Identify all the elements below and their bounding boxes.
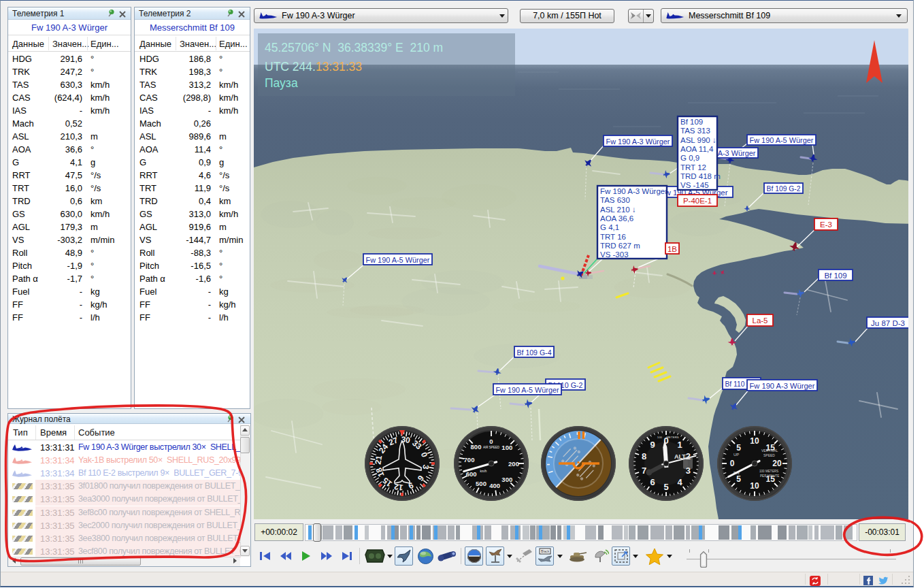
svg-text:Fw 190 A-5 Würger: Fw 190 A-5 Würger (496, 386, 559, 394)
svg-text:AOA 11,4: AOA 11,4 (680, 145, 714, 153)
svg-text:100: 100 (501, 444, 512, 451)
svg-text:ASL 990 ↓: ASL 990 ↓ (680, 136, 716, 144)
svg-text:5: 5 (736, 443, 741, 453)
svg-text:200: 200 (508, 460, 519, 468)
svg-text:G 0,9: G 0,9 (680, 154, 699, 162)
svg-text:400: 400 (489, 482, 500, 489)
svg-text:VS -145: VS -145 (680, 181, 709, 189)
svg-text:VERTICAL: VERTICAL (761, 448, 778, 453)
svg-text:AOA 36,6: AOA 36,6 (600, 214, 633, 223)
svg-text:SPEED: SPEED (763, 453, 775, 457)
svg-text:0: 0 (489, 438, 493, 445)
svg-text:Bf 109 G-4: Bf 109 G-4 (517, 348, 552, 357)
svg-text:0: 0 (730, 459, 735, 468)
svg-text:Fw 190 A-5 Würger: Fw 190 A-5 Würger (366, 256, 430, 264)
svg-text:800: 800 (471, 443, 482, 451)
svg-text:TRT 12: TRT 12 (680, 163, 706, 172)
svg-text:21: 21 (373, 455, 384, 466)
svg-text:TAS 630: TAS 630 (600, 196, 630, 204)
svg-text:8: 8 (642, 451, 646, 461)
svg-text:Ju 87 D-3: Ju 87 D-3 (871, 319, 905, 327)
svg-text:5: 5 (663, 482, 668, 492)
svg-text:5: 5 (736, 474, 741, 484)
svg-text:P-40E-1: P-40E-1 (683, 197, 712, 205)
svg-text:Bf 109 G-2: Bf 109 G-2 (767, 184, 801, 193)
svg-text:45.25706° N 36.38339° E 210: 45.25706° N 36.38339° E 210 m (265, 41, 443, 54)
svg-text:G 4,1: G 4,1 (600, 223, 619, 231)
svg-text:TAS 313: TAS 313 (680, 127, 710, 135)
svg-text:AIR SPEED: AIR SPEED (483, 446, 500, 449)
svg-text:7: 7 (642, 466, 646, 476)
svg-text:10: 10 (750, 436, 759, 446)
svg-text:Пауза: Пауза (265, 76, 298, 90)
svg-text:10: 10 (750, 481, 759, 491)
svg-text:300: 300 (501, 476, 512, 483)
svg-text:UP: UP (733, 453, 739, 457)
svg-text:TRD 418 m: TRD 418 m (680, 172, 721, 180)
svg-text:700: 700 (464, 456, 475, 463)
svg-text:TRD 627 m: TRD 627 m (600, 242, 640, 250)
svg-text:6: 6 (650, 477, 655, 487)
svg-text:Black: Black (541, 549, 550, 553)
svg-text:TRT 16: TRT 16 (600, 233, 626, 241)
svg-text:km/h: km/h (480, 470, 486, 473)
svg-text:METERS: METERS (666, 436, 678, 439)
svg-text:1B: 1B (667, 245, 677, 253)
svg-text:9: 9 (650, 440, 655, 450)
svg-text:Fw 190 A-5 Würger: Fw 190 A-5 Würger (750, 136, 814, 144)
svg-text:ASL 210 ↓: ASL 210 ↓ (600, 206, 636, 214)
svg-text:Fw 190 A-3 Würger: Fw 190 A-3 Würger (750, 382, 815, 390)
svg-text:E-3: E-3 (820, 220, 832, 229)
svg-text:Bf 109: Bf 109 (680, 118, 703, 126)
svg-text:100 METERS: 100 METERS (759, 470, 778, 473)
svg-text:Bf 109: Bf 109 (824, 272, 846, 280)
svg-text:4: 4 (677, 477, 682, 487)
svg-text:100: 100 (657, 436, 663, 439)
svg-text:VS -303: VS -303 (600, 250, 629, 259)
svg-text:20: 20 (772, 459, 782, 468)
svg-text:PER MINUTE: PER MINUTE (760, 474, 779, 478)
svg-text:La-5: La-5 (752, 316, 768, 325)
svg-text:Fw 190 A-3 Würger: Fw 190 A-3 Würger (606, 137, 670, 146)
svg-text:UTC 244.13:31:33: UTC 244.13:31:33 (265, 60, 362, 74)
svg-text:1: 1 (677, 440, 682, 450)
svg-text:Fw 190 A-3 Würger: Fw 190 A-3 Würger (600, 187, 667, 195)
svg-text:500: 500 (476, 480, 486, 487)
svg-text:30: 30 (400, 434, 411, 445)
